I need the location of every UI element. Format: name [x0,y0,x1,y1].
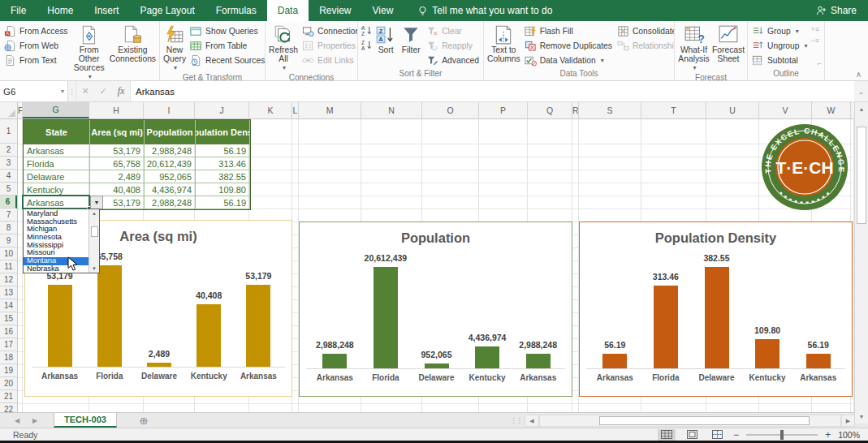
state-data-table[interactable]: StateArea (sq mi)PopulationPopulation De… [23,119,251,210]
column-header-R[interactable]: R [572,102,579,118]
sheet-nav-right-icon[interactable]: ▶ [26,413,44,428]
dropdown-scroll-up-icon[interactable]: ▲ [92,210,97,217]
formula-input[interactable]: Arkansas [130,81,854,101]
table-cell[interactable]: 40,408 [90,183,145,196]
column-header-G[interactable]: G [23,102,89,118]
row-header-17[interactable]: 17 [0,338,17,351]
tab-view[interactable]: View [362,0,404,21]
dropdown-scrollbar[interactable]: ▲ ▼ [89,209,99,273]
row-header-2[interactable]: 2 [0,144,17,157]
from-web-button[interactable]: From Web [2,38,71,53]
row-header-6[interactable]: 6 [0,196,17,209]
name-box-dropdown-icon[interactable]: ▾ [61,88,64,95]
row-header-1[interactable]: 1 [0,119,17,144]
row-header-12[interactable]: 12 [0,273,17,286]
table-row[interactable]: Arkansas53,1792,988,24856.19 [24,196,250,209]
subtotal-button[interactable]: Subtotal [749,53,810,67]
tab-home[interactable]: Home [37,0,84,21]
table-cell[interactable]: 952,065 [145,170,196,183]
normal-view-button[interactable] [658,429,676,441]
text-to-columns-button[interactable]: Text to Columns [486,22,522,68]
scroll-right-icon[interactable]: ▶ [841,415,855,427]
tab-review[interactable]: Review [309,0,361,21]
from-text-button[interactable]: From Text [2,53,71,67]
column-header-T[interactable]: T [641,102,706,118]
table-cell[interactable]: Delaware [24,170,90,183]
column-header-M[interactable]: M [299,102,361,118]
vertical-scroll-thumb[interactable] [857,127,866,224]
connections-button[interactable]: Connections [300,24,358,38]
column-header-Q[interactable]: Q [528,102,572,118]
share-button[interactable]: Share [805,0,868,21]
column-header-V[interactable]: V [759,102,812,118]
scroll-left-icon[interactable]: ◀ [525,415,539,427]
row-header-3[interactable]: 3 [0,157,17,170]
insert-function-button[interactable]: fx [112,81,130,101]
table-cell[interactable]: 4,436,974 [145,183,196,196]
column-header-W[interactable]: W [812,102,851,118]
scrollbar-splitter[interactable]: ⋮⋮ [510,413,521,428]
collapse-ribbon-button[interactable]: ∧ [856,70,862,79]
table-cell[interactable]: Kentucky [24,183,90,196]
row-header-8[interactable]: 8 [0,222,17,234]
cell-dropdown-button[interactable]: ▼ [90,196,103,209]
data-validation-button[interactable]: Data Validation▾ [522,53,615,67]
tell-me-box[interactable]: Tell me what you want to do [418,0,552,21]
tab-formulas[interactable]: Formulas [205,0,267,21]
dropdown-scroll-down-icon[interactable]: ▼ [92,265,97,272]
scroll-down-icon[interactable]: ▼ [855,410,868,424]
cancel-icon[interactable]: ✕ [76,81,94,101]
row-header-19[interactable]: 19 [0,364,17,377]
row-header-4[interactable]: 4 [0,170,17,183]
select-all-corner[interactable] [0,102,18,118]
sort-ascending-button[interactable]: AZ [361,24,373,37]
sort-descending-button[interactable]: ZA [361,39,373,51]
column-header-N[interactable]: N [361,102,422,118]
column-header-O[interactable]: O [422,102,479,118]
zoom-in-button[interactable]: + [825,429,831,441]
horizontal-scrollbar[interactable] [539,415,841,427]
row-header-11[interactable]: 11 [0,260,17,273]
enter-icon[interactable]: ✓ [94,81,112,101]
table-cell[interactable]: 20,612,439 [145,157,196,170]
table-cell[interactable]: 56.19 [196,144,250,157]
table-cell[interactable]: 109.80 [196,183,250,196]
scroll-up-icon[interactable]: ▲ [855,102,868,116]
tab-page-layout[interactable]: Page Layout [129,0,205,21]
table-cell[interactable]: 2,988,248 [145,196,196,209]
table-cell[interactable]: Arkansas [24,144,90,157]
refresh-all-button[interactable]: Refresh All▾ [267,22,300,72]
dropdown-item-nebraska[interactable]: Nebraska [24,265,89,273]
page-layout-view-button[interactable] [683,429,701,441]
zoom-slider[interactable] [746,434,818,436]
from-access-button[interactable]: A From Access [2,24,71,38]
sort-button[interactable]: ZA Sort [374,22,398,68]
tab-insert[interactable]: Insert [84,0,129,21]
advanced-filter-button[interactable]: Advanced [424,53,482,67]
filter-button[interactable]: Filter [398,22,424,68]
row-header-21[interactable]: 21 [0,390,17,403]
row-header-20[interactable]: 20 [0,377,17,390]
row-header-7[interactable]: 7 [0,209,17,222]
chart-population-density[interactable]: Population Density56.19Arkansas313.46Flo… [579,222,853,397]
row-header-13[interactable]: 13 [0,286,17,299]
column-header-P[interactable]: P [479,102,528,118]
consolidate-button[interactable]: Consolidate [615,24,675,38]
table-row[interactable]: Florida65,75820,612,439313.46 [24,157,250,170]
table-cell[interactable]: 313.46 [196,157,250,170]
table-row[interactable]: Arkansas53,1792,988,24856.19 [24,144,250,157]
state-dropdown-list[interactable]: MarylandMassachusettsMichiganMinnesotaMi… [23,209,100,273]
table-cell[interactable]: Arkansas [24,196,90,209]
zoom-slider-thumb[interactable] [780,430,784,440]
sheet-tab-active[interactable]: TECH-003 [54,413,117,428]
table-cell[interactable]: 56.19 [196,196,250,209]
column-header-L[interactable]: L [292,102,299,118]
row-header-15[interactable]: 15 [0,312,17,325]
row-header-16[interactable]: 16 [0,325,17,338]
page-break-view-button[interactable] [708,429,726,441]
table-cell[interactable]: 2,489 [90,170,145,183]
table-cell[interactable]: Florida [24,157,90,170]
column-header-S[interactable]: S [579,102,641,118]
from-other-sources-button[interactable]: From Other Sources▾ [71,22,108,80]
show-queries-button[interactable]: Show Queries [188,24,266,38]
